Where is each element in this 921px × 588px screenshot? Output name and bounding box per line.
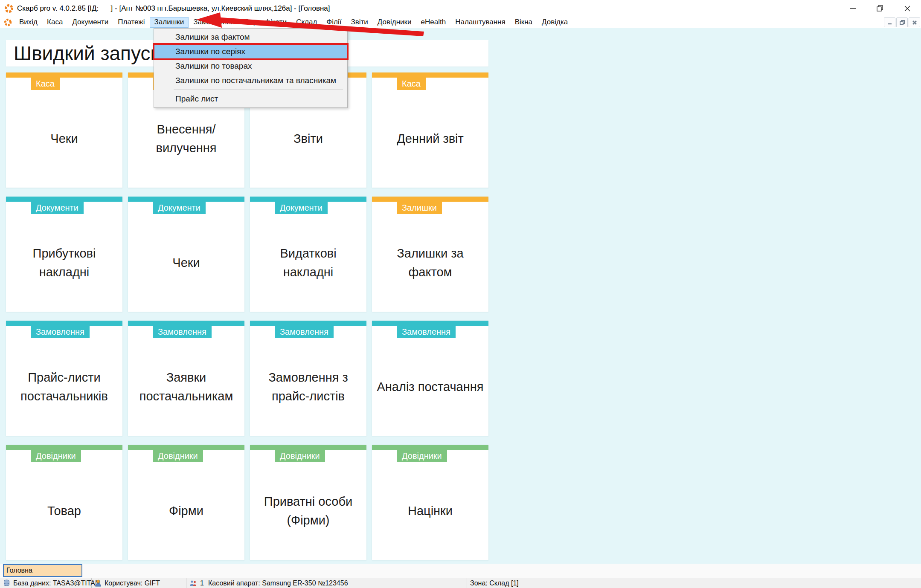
tile-label: Чеки <box>128 214 244 312</box>
tile-category-badge: Документи <box>31 202 84 214</box>
tile-label: Аналіз постачання <box>372 338 488 436</box>
tile-analiz-postachannia[interactable]: ЗамовленняАналіз постачання <box>372 321 488 436</box>
menu-item-kasa[interactable]: Каса <box>42 17 67 28</box>
tile-category-badge: Довідники <box>31 450 81 462</box>
tile-color-bar <box>128 321 244 326</box>
status-cash-register: Касовий апарат: Samsung ER-350 №123456 <box>205 578 467 588</box>
menu-item-vikna[interactable]: Вікна <box>510 17 537 28</box>
tile-zalyshky-za-faktom[interactable]: ЗалишкиЗалишки за фактом <box>372 197 488 312</box>
menu-item-dokumenty[interactable]: Документи <box>67 17 113 28</box>
status-zone-text: Зона: Склад [1] <box>470 579 519 587</box>
mdi-minimize-icon[interactable] <box>884 17 895 27</box>
status-register-count: 1 <box>186 578 205 588</box>
status-database: База даних: TASA3@TITAN <box>0 578 92 588</box>
tile-color-bar <box>250 197 366 202</box>
zalyshky-dropdown-menu: Залишки за фактом Залишки по серіях Зали… <box>154 28 348 108</box>
page-title: Швидкий запуск <box>14 42 159 65</box>
menu-item-dovidnyky[interactable]: Довідники <box>373 17 416 28</box>
menu-item-filii[interactable]: Філії <box>322 17 346 28</box>
restore-icon[interactable] <box>866 0 894 17</box>
tile-prybutkovi-nakladni[interactable]: ДокументиПрибуткові накладні <box>6 197 122 312</box>
menu-item-ehealth[interactable]: eHealth <box>416 17 451 28</box>
tile-cheky-kasa[interactable]: КасаЧеки <box>6 72 122 188</box>
group-icon <box>189 580 197 587</box>
title-bar: Скарб pro v. 4.0.2.85 [ІД: ] - [Апт №003… <box>0 0 921 17</box>
app-logo-icon-small <box>4 18 12 26</box>
tile-category-badge: Каса <box>397 78 426 90</box>
app-logo-icon <box>4 4 14 13</box>
menu-item-platezhi[interactable]: Платежі <box>113 17 149 28</box>
menu-item-sklad[interactable]: Склад <box>291 17 322 28</box>
menu-item-zalyshky-za-faktom[interactable]: Залишки за фактом <box>154 30 347 44</box>
window-controls <box>839 0 921 17</box>
tile-color-bar <box>6 197 122 202</box>
mdi-close-icon[interactable] <box>909 17 920 27</box>
status-user: Користувач: GIFT <box>92 578 186 588</box>
tile-label: Залишки за фактом <box>372 214 488 312</box>
tile-firmy[interactable]: ДовідникиФірми <box>128 445 244 560</box>
tile-natsinky[interactable]: ДовідникиНацінки <box>372 445 488 560</box>
menu-item-vyhid[interactable]: Вихід <box>15 17 42 28</box>
tile-cheky-dokumenty[interactable]: ДокументиЧеки <box>128 197 244 312</box>
client-area: Швидкий запуск КасаЧеки КасаВнесення/вил… <box>0 28 921 564</box>
tile-color-bar <box>6 72 122 78</box>
tile-label: Чеки <box>6 90 122 188</box>
tile-category-badge: Довідники <box>153 450 203 462</box>
tile-label: Денний звіт <box>372 90 488 188</box>
tile-dennyi-zvit[interactable]: КасаДенний звіт <box>372 72 488 188</box>
minimize-icon[interactable] <box>839 0 866 17</box>
tile-category-badge: Довідники <box>275 450 325 462</box>
tile-zaiavky-postachalnykam[interactable]: ЗамовленняЗаявки постачальникам <box>128 321 244 436</box>
tile-color-bar <box>6 321 122 326</box>
menu-item-sertyfikaty[interactable]: Сертифікати <box>239 17 291 28</box>
tile-label: Фірми <box>128 462 244 560</box>
menu-separator <box>174 90 343 90</box>
tab-strip: Головна <box>0 564 921 578</box>
tile-category-badge: Замовлення <box>275 326 334 338</box>
tile-color-bar <box>372 445 488 450</box>
menu-item-zalyshky-po-postachalnykam[interactable]: Залишки по постачальникам та власникам <box>154 73 347 88</box>
status-bar: База даних: TASA3@TITAN Користувач: GIFT… <box>0 578 921 588</box>
tile-label: Видаткові накладні <box>250 214 366 312</box>
mdi-window-controls <box>884 17 920 27</box>
menu-item-zalyshky-po-tovarakh[interactable]: Залишки по товарах <box>154 59 347 73</box>
menu-item-zvity[interactable]: Звіти <box>346 17 372 28</box>
tile-color-bar <box>372 197 488 202</box>
quick-launch-grid: КасаЧеки КасаВнесення/вилучення КасаЗвіт… <box>6 72 488 560</box>
menu-item-prais-lyst[interactable]: Прайс лист <box>154 92 347 106</box>
tile-category-badge: Документи <box>275 202 328 214</box>
tile-label: Націнки <box>372 462 488 560</box>
tile-label: Приватні особи (Фірми) <box>250 462 366 560</box>
menu-item-dovidka[interactable]: Довідка <box>537 17 572 28</box>
tile-category-badge: Замовлення <box>31 326 90 338</box>
tile-category-badge: Замовлення <box>153 326 212 338</box>
menu-item-nalashtuvannia[interactable]: Налаштування <box>450 17 510 28</box>
close-icon[interactable] <box>894 0 921 17</box>
menu-item-zamovlennia[interactable]: Замовлення <box>189 17 239 28</box>
menu-item-zalyshky-po-seriiakh[interactable]: Залишки по серіях <box>154 44 347 59</box>
menu-item-zalyshky[interactable]: Залишки <box>150 17 189 28</box>
menu-bar: Вихід Каса Документи Платежі Залишки Зам… <box>0 17 921 28</box>
tile-color-bar <box>372 72 488 78</box>
tile-label: Заявки постачальникам <box>128 338 244 436</box>
tile-zamovlennia-z-prais-lystiv[interactable]: ЗамовленняЗамовлення з прайс-листів <box>250 321 366 436</box>
tile-pryvatni-osoby[interactable]: ДовідникиПриватні особи (Фірми) <box>250 445 366 560</box>
status-count-text: 1 <box>200 579 204 587</box>
tile-category-badge: Замовлення <box>397 326 456 338</box>
tab-holovna[interactable]: Головна <box>3 564 82 577</box>
mdi-restore-icon[interactable] <box>896 17 908 27</box>
database-icon <box>3 579 10 587</box>
tile-tovar[interactable]: ДовідникиТовар <box>6 445 122 560</box>
tile-label: Прибуткові накладні <box>6 214 122 312</box>
tile-prais-lysty-postachalnykiv[interactable]: ЗамовленняПрайс-листи постачальників <box>6 321 122 436</box>
tile-category-badge: Документи <box>153 202 206 214</box>
tile-color-bar <box>250 321 366 326</box>
tile-vydatkovi-nakladni[interactable]: ДокументиВидаткові накладні <box>250 197 366 312</box>
status-database-text: База даних: TASA3@TITAN <box>13 579 100 587</box>
tile-color-bar <box>128 197 244 202</box>
tile-color-bar <box>372 321 488 326</box>
tile-label: Прайс-листи постачальників <box>6 338 122 436</box>
tile-label: Замовлення з прайс-листів <box>250 338 366 436</box>
tile-category-badge: Довідники <box>397 450 447 462</box>
tile-color-bar <box>128 445 244 450</box>
